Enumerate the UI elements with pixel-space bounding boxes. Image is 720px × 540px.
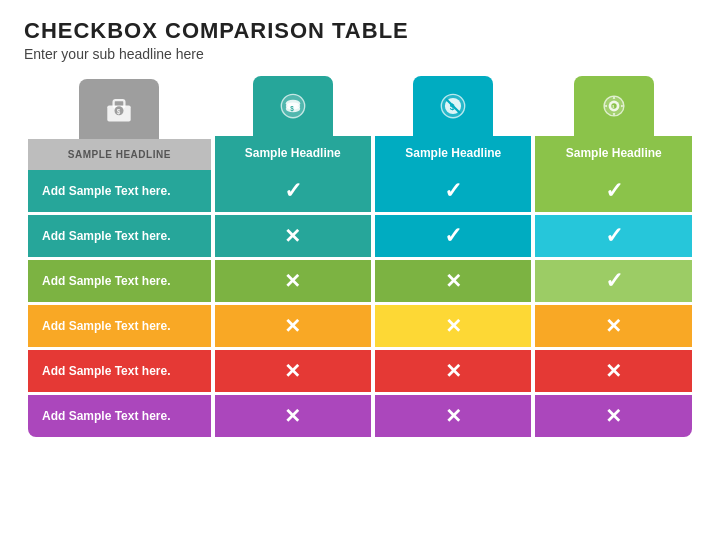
table-row: Add Sample Text here.✕✓✓ [28, 215, 692, 257]
row-4-col-1-icon: ✕ [215, 350, 371, 392]
row-2-col-1-cell: ✕ [215, 260, 371, 302]
row-5-col-1-icon: ✕ [215, 395, 371, 437]
row-0-col-1-icon: ✓ [215, 170, 371, 212]
row-5-col-1-cell: ✕ [215, 395, 371, 437]
row-5-col-2-cell: ✕ [375, 395, 531, 437]
svg-text:$: $ [612, 105, 614, 109]
table-row: Add Sample Text here.✕✕✕ [28, 350, 692, 392]
svg-rect-1 [114, 100, 125, 107]
col-header-3: $ Sample Headline [535, 76, 692, 170]
row-label: Add Sample Text here. [28, 170, 211, 212]
row-4-col-2-cell: ✕ [375, 350, 531, 392]
row-0-col-3-icon: ✓ [535, 170, 692, 212]
row-label: Add Sample Text here. [28, 260, 211, 302]
row-2-col-1-icon: ✕ [215, 260, 371, 302]
col1-label: Sample Headline [215, 136, 371, 170]
row-label: Add Sample Text here. [28, 395, 211, 437]
page-title: CHECKBOX COMPARISON TABLE [24, 18, 696, 44]
table-row: Add Sample Text here.✕✕✕ [28, 305, 692, 347]
table-header-row: $ SAMPLE HEADLINE [28, 76, 692, 170]
row-3-col-3-icon: ✕ [535, 305, 692, 347]
row-3-col-2-icon: ✕ [375, 305, 531, 347]
row-5-col-2-icon: ✕ [375, 395, 531, 437]
row-4-col-2-icon: ✕ [375, 350, 531, 392]
row-4-col-1-cell: ✕ [215, 350, 371, 392]
row-3-col-3-cell: ✕ [535, 305, 692, 347]
row-4-col-3-cell: ✕ [535, 350, 692, 392]
row-0-col-2-cell: ✓ [375, 170, 531, 212]
svg-text:$: $ [117, 108, 121, 116]
row-0-col-1-cell: ✓ [215, 170, 371, 212]
table-row: Add Sample Text here.✓✓✓ [28, 170, 692, 212]
row-5-label-cell: Add Sample Text here. [28, 395, 211, 437]
row-2-col-3-cell: ✓ [535, 260, 692, 302]
row-2-col-3-icon: ✓ [535, 260, 692, 302]
row-2-label-cell: Add Sample Text here. [28, 260, 211, 302]
col-header-2: $ Sample Headline [375, 76, 531, 170]
row-3-label-cell: Add Sample Text here. [28, 305, 211, 347]
row-1-col-3-cell: ✓ [535, 215, 692, 257]
col2-label: Sample Headline [375, 136, 531, 170]
row-1-col-2-icon: ✓ [375, 215, 531, 257]
row-3-col-1-icon: ✕ [215, 305, 371, 347]
row-4-label-cell: Add Sample Text here. [28, 350, 211, 392]
col3-label: Sample Headline [535, 136, 692, 170]
row-2-col-2-cell: ✕ [375, 260, 531, 302]
row-3-col-2-cell: ✕ [375, 305, 531, 347]
row-label: Add Sample Text here. [28, 350, 211, 392]
col0-label: SAMPLE HEADLINE [28, 139, 211, 170]
row-1-label-cell: Add Sample Text here. [28, 215, 211, 257]
table-row: Add Sample Text here.✕✕✕ [28, 395, 692, 437]
row-1-col-1-icon: ✕ [215, 215, 371, 257]
row-2-col-2-icon: ✕ [375, 260, 531, 302]
row-label: Add Sample Text here. [28, 215, 211, 257]
row-5-col-3-icon: ✕ [535, 395, 692, 437]
row-4-col-3-icon: ✕ [535, 350, 692, 392]
row-1-col-1-cell: ✕ [215, 215, 371, 257]
col-header-0: $ SAMPLE HEADLINE [28, 76, 211, 170]
row-5-col-3-cell: ✕ [535, 395, 692, 437]
row-1-col-3-icon: ✓ [535, 215, 692, 257]
page-subtitle: Enter your sub headline here [24, 46, 696, 62]
row-1-col-2-cell: ✓ [375, 215, 531, 257]
table-row: Add Sample Text here.✕✕✓ [28, 260, 692, 302]
row-0-label-cell: Add Sample Text here. [28, 170, 211, 212]
row-0-col-2-icon: ✓ [375, 170, 531, 212]
col-header-1: $ Sample Headline [215, 76, 371, 170]
row-3-col-1-cell: ✕ [215, 305, 371, 347]
comparison-table: $ SAMPLE HEADLINE [24, 76, 696, 437]
svg-text:$: $ [290, 105, 294, 113]
row-label: Add Sample Text here. [28, 305, 211, 347]
row-0-col-3-cell: ✓ [535, 170, 692, 212]
